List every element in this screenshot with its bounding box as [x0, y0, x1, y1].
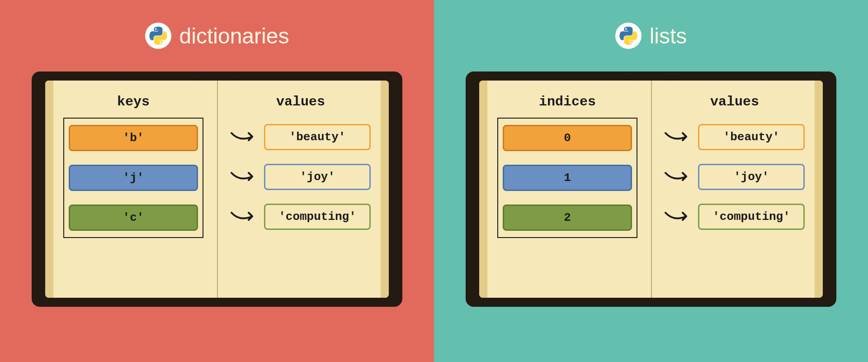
- index-pill: 1: [503, 165, 632, 191]
- keys-heading: keys: [63, 94, 203, 110]
- value-pill: 'beauty': [264, 124, 371, 150]
- page-indices: indices 0 1 2: [479, 81, 651, 298]
- panel-dictionaries: dictionaries keys 'b' 'j' 'c' values: [0, 0, 434, 362]
- book-lists: indices 0 1 2 values 'beauty': [466, 67, 836, 311]
- indices-box: 0 1 2: [497, 118, 637, 238]
- page-edge: [381, 81, 389, 298]
- page-values: values 'beauty' 'joy' 'computing': [217, 81, 389, 298]
- title-text: dictionaries: [179, 24, 289, 48]
- python-logo-icon: [615, 23, 642, 49]
- python-logo-icon: [145, 23, 171, 49]
- arrow-icon: [665, 170, 692, 184]
- value-row: 'joy': [665, 164, 805, 190]
- title-text: lists: [650, 24, 687, 48]
- value-pill: 'joy': [698, 164, 805, 190]
- values-heading: values: [665, 94, 805, 110]
- value-row: 'beauty': [231, 124, 371, 150]
- values-heading: values: [231, 94, 371, 110]
- panel-lists: lists indices 0 1 2 values: [434, 0, 868, 362]
- value-pill: 'beauty': [698, 124, 805, 150]
- key-pill: 'c': [69, 205, 198, 231]
- value-row: 'computing': [665, 204, 805, 230]
- arrow-icon: [231, 170, 258, 184]
- indices-heading: indices: [497, 94, 637, 110]
- title-dictionaries: dictionaries: [145, 23, 289, 49]
- book-dictionaries: keys 'b' 'j' 'c' values 'beauty': [32, 67, 402, 311]
- page-keys: keys 'b' 'j' 'c': [45, 81, 217, 298]
- value-row: 'beauty': [665, 124, 805, 150]
- page-edge: [479, 81, 487, 298]
- values-column: 'beauty' 'joy' 'computing': [231, 118, 371, 236]
- index-pill: 2: [503, 205, 632, 231]
- arrow-icon: [665, 210, 692, 224]
- book-spine: [217, 81, 218, 298]
- keys-box: 'b' 'j' 'c': [63, 118, 203, 238]
- value-row: 'computing': [231, 204, 371, 230]
- values-column: 'beauty' 'joy' 'computing': [665, 118, 805, 236]
- value-pill: 'computing': [264, 204, 371, 230]
- book-spine: [651, 81, 652, 298]
- value-pill: 'joy': [264, 164, 371, 190]
- page-values: values 'beauty' 'joy' 'computing': [651, 81, 823, 298]
- key-pill: 'j': [69, 165, 198, 191]
- title-lists: lists: [615, 23, 687, 49]
- arrow-icon: [231, 210, 258, 224]
- page-edge: [815, 81, 823, 298]
- key-pill: 'b': [69, 125, 198, 151]
- page-edge: [45, 81, 53, 298]
- index-pill: 0: [503, 125, 632, 151]
- arrow-icon: [231, 130, 258, 144]
- arrow-icon: [665, 130, 692, 144]
- value-row: 'joy': [231, 164, 371, 190]
- value-pill: 'computing': [698, 204, 805, 230]
